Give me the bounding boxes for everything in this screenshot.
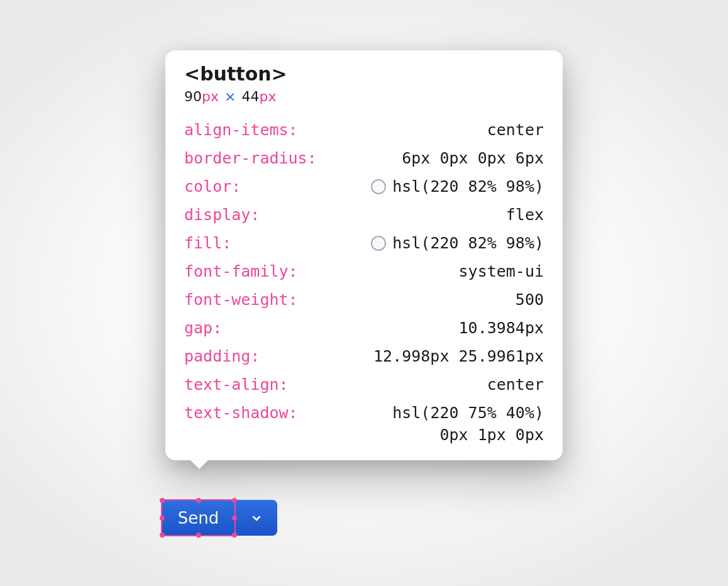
property-value: 500	[516, 290, 544, 309]
property-name: font-weight:	[184, 290, 298, 309]
width-value: 90	[184, 89, 202, 104]
property-value: hsl(220 82% 98%)	[371, 234, 544, 252]
property-name: gap:	[184, 319, 222, 337]
width-unit: px	[202, 89, 219, 104]
height-value: 44	[241, 89, 259, 104]
property-value: center	[487, 121, 544, 139]
button-group: Send	[162, 500, 277, 536]
property-name: fill:	[184, 234, 231, 252]
tooltip-arrow-icon	[190, 460, 208, 469]
property-value: 6px 0px 0px 6px	[402, 149, 544, 167]
property-value-line2: 0px 1px 0px	[439, 426, 544, 444]
property-value: hsl(220 82% 98%)	[371, 177, 544, 196]
property-value-text: hsl(220 82% 98%)	[392, 234, 544, 252]
properties-list: align-items: center border-radius: 6px 0…	[184, 121, 544, 444]
property-name: display:	[184, 206, 260, 224]
property-value: flex	[506, 206, 544, 224]
color-swatch-icon	[371, 179, 386, 194]
property-name: color:	[184, 177, 241, 196]
element-dimensions: 90px × 44px	[184, 89, 544, 104]
property-row: text-align: center	[184, 375, 544, 394]
dimension-separator: ×	[224, 89, 236, 104]
element-tag: <button>	[184, 63, 544, 85]
property-value: 10.3984px	[459, 319, 544, 337]
property-row: align-items: center	[184, 121, 544, 139]
send-button[interactable]: Send	[162, 500, 235, 536]
property-row: display: flex	[184, 206, 544, 224]
property-row: text-shadow: hsl(220 75% 40%) 0px 1px 0p…	[184, 404, 544, 444]
property-name: align-items:	[184, 121, 298, 139]
property-value: hsl(220 75% 40%) 0px 1px 0px	[392, 404, 544, 444]
property-value: center	[487, 375, 544, 394]
property-row: color: hsl(220 82% 98%)	[184, 177, 544, 196]
color-swatch-icon	[371, 236, 386, 251]
property-name: text-align:	[184, 375, 289, 394]
property-name: border-radius:	[184, 149, 317, 167]
property-row: border-radius: 6px 0px 0px 6px	[184, 149, 544, 167]
height-unit: px	[259, 89, 276, 104]
property-row: font-family: system-ui	[184, 262, 544, 280]
send-dropdown-button[interactable]	[235, 500, 277, 536]
property-row: font-weight: 500	[184, 290, 544, 309]
property-value-line1: hsl(220 75% 40%)	[392, 404, 544, 422]
property-row: padding: 12.998px 25.9961px	[184, 347, 544, 365]
property-name: font-family:	[184, 262, 298, 280]
chevron-down-icon	[250, 511, 263, 525]
property-name: text-shadow:	[184, 404, 298, 422]
property-value: 12.998px 25.9961px	[373, 347, 544, 365]
property-row: fill: hsl(220 82% 98%)	[184, 234, 544, 252]
property-value: system-ui	[459, 262, 544, 280]
property-value-text: hsl(220 82% 98%)	[392, 177, 544, 196]
property-row: gap: 10.3984px	[184, 319, 544, 337]
property-name: padding:	[184, 347, 260, 365]
inspector-tooltip: <button> 90px × 44px align-items: center…	[165, 50, 563, 460]
